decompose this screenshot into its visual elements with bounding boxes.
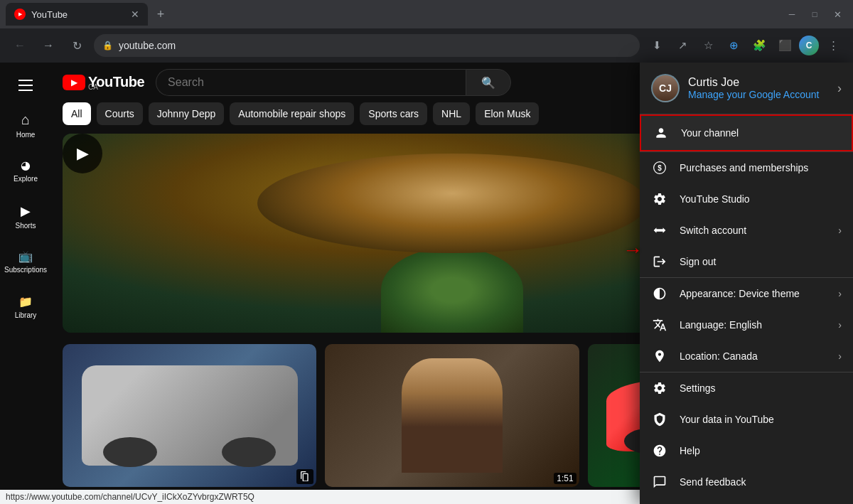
new-tab-button[interactable]: + (151, 4, 171, 24)
dropdown-avatar: CJ (651, 74, 680, 102)
sidebar-item-home[interactable]: ⌂ Home (0, 102, 51, 148)
video-card-1: H Perfected to performance Honda ⋮ (63, 344, 316, 504)
location-label: Location: Canada (680, 350, 827, 362)
download-icon[interactable]: ⬇ (645, 34, 668, 57)
yt-logo-country: CA (88, 83, 144, 91)
sign-out-icon (651, 253, 668, 270)
bookmark-icon[interactable]: ☆ (697, 34, 719, 57)
send-feedback-icon (651, 473, 668, 490)
switch-account-label: Switch account (680, 225, 827, 236)
face-circle (257, 154, 647, 253)
chip-courts[interactable]: Courts (97, 102, 143, 125)
sidebar-item-explore[interactable]: ◕ Explore (0, 148, 51, 193)
back-button[interactable]: ← (9, 34, 31, 57)
subscriptions-icon: 📺 (18, 250, 33, 263)
hamburger-menu[interactable] (0, 68, 51, 102)
browser-nav: ← → ↻ 🔒 youtube.com ⬇ ↗ ☆ ⊕ 🧩 ⬛ C ⋮ (0, 28, 853, 63)
maximize-button[interactable]: □ (805, 4, 825, 24)
puzzle-icon[interactable]: 🧩 (748, 34, 771, 57)
menu-item-yt-studio[interactable]: YouTube Studio (640, 183, 853, 215)
sidebar-toggle-icon[interactable]: ⬛ (773, 34, 796, 57)
chip-automobile[interactable]: Automobile repair shops (230, 102, 354, 125)
browser-chrome: YouTube ✕ + ─ □ ✕ ← → ↻ 🔒 youtube.com ⬇ … (0, 0, 853, 63)
chip-elon-musk[interactable]: Elon Musk (476, 102, 539, 125)
tab-close-button[interactable]: ✕ (131, 9, 139, 20)
appearance-icon (651, 285, 668, 302)
dropdown-avatar-image: CJ (651, 74, 680, 102)
minimize-button[interactable]: ─ (782, 4, 802, 24)
chip-sports-cars[interactable]: Sports cars (360, 102, 427, 125)
duration-badge-2: 1:51 (554, 473, 576, 484)
menu-item-send-feedback[interactable]: Send feedback (640, 466, 853, 498)
avatar-initial: C (799, 36, 819, 55)
sidebar-item-subscriptions[interactable]: 📺 Subscriptions (0, 239, 51, 284)
chip-all[interactable]: All (63, 102, 91, 125)
menu-item-appearance[interactable]: Appearance: Device theme › (640, 278, 853, 309)
browser-profile-avatar[interactable]: C (799, 36, 819, 55)
video-thumb-2[interactable]: 1:51 (325, 344, 579, 487)
send-feedback-label: Send feedback (680, 476, 842, 488)
shorts-icon: ▶ (21, 203, 31, 219)
youtube-app: ⌂ Home ◕ Explore ▶ Shorts 📺 Subscription… (0, 63, 853, 504)
featured-jacket (381, 247, 523, 333)
search-button[interactable]: 🔍 (466, 69, 511, 96)
car-shape (82, 365, 298, 466)
your-data-label: Your data in YouTube (680, 414, 842, 425)
menu-item-language[interactable]: Language: English › (640, 309, 853, 341)
home-icon: ⌂ (21, 112, 30, 128)
yt-studio-icon (651, 191, 668, 208)
dropdown-chevron-right[interactable]: › (837, 81, 842, 96)
video-card-2: 1:51 LAW Witness Vapes & Starts Driving … (325, 344, 579, 504)
your-data-icon (651, 411, 668, 428)
close-window-button[interactable]: ✕ (827, 4, 847, 24)
browser-menu-icon[interactable]: ⋮ (822, 34, 844, 57)
address-bar[interactable]: 🔒 youtube.com (94, 34, 640, 57)
share-icon[interactable]: ↗ (671, 34, 694, 57)
sidebar-item-library[interactable]: 📁 Library (0, 284, 51, 330)
dropdown-header: CJ Curtis Joe Manage your Google Account… (640, 63, 853, 114)
location-chevron: › (838, 350, 842, 362)
play-button-large[interactable]: ▶ (63, 134, 102, 173)
sidebar-item-shorts[interactable]: ▶ Shorts (0, 193, 51, 239)
manage-google-account-link[interactable]: Manage your Google Account (688, 89, 819, 100)
hamburger-icon (18, 80, 33, 91)
dropdown-user-info: Curtis Joe Manage your Google Account (688, 76, 819, 100)
menu-item-location[interactable]: Location: Canada › (640, 341, 853, 372)
help-label: Help (680, 445, 842, 456)
appearance-chevron: › (838, 288, 842, 299)
your-channel-label: Your channel (681, 127, 840, 139)
video-thumb-1[interactable] (63, 344, 316, 487)
person-silhouette-2 (402, 358, 503, 473)
yt-studio-label: YouTube Studio (680, 193, 842, 205)
chip-johnny-depp[interactable]: Johnny Depp (149, 102, 225, 125)
menu-item-settings[interactable]: Settings (640, 372, 853, 404)
extension-icon[interactable]: ⊕ (722, 34, 745, 57)
search-input[interactable] (156, 69, 466, 96)
settings-icon (651, 380, 668, 397)
language-icon (651, 316, 668, 333)
browser-nav-icons: ⬇ ↗ ☆ ⊕ 🧩 ⬛ C ⋮ (645, 34, 844, 57)
chip-nhl[interactable]: NHL (433, 102, 470, 125)
yt-logo[interactable]: YouTube CA (63, 74, 144, 91)
menu-item-purchases[interactable]: $ Purchases and memberships (640, 152, 853, 183)
menu-item-help[interactable]: Help (640, 435, 853, 466)
menu-item-your-data[interactable]: Your data in YouTube (640, 404, 853, 435)
menu-item-your-channel[interactable]: Your channel (640, 114, 853, 151)
search-bar: 🔍 (156, 69, 511, 96)
link-overlay (296, 469, 313, 484)
language-chevron: › (838, 319, 842, 331)
menu-item-switch-account[interactable]: Switch account › (640, 215, 853, 246)
menu-item-sign-out[interactable]: Sign out (640, 246, 853, 277)
switch-account-icon (651, 222, 668, 239)
dropdown-username: Curtis Joe (688, 76, 819, 89)
reload-button[interactable]: ↻ (65, 34, 88, 57)
active-tab[interactable]: YouTube ✕ (6, 3, 148, 26)
yt-logo-icon (63, 75, 85, 90)
explore-icon: ◕ (21, 159, 31, 172)
tab-favicon (14, 9, 26, 20)
forward-button[interactable]: → (37, 34, 60, 57)
dropdown-menu: CJ Curtis Joe Manage your Google Account… (640, 63, 853, 504)
sidebar: ⌂ Home ◕ Explore ▶ Shorts 📺 Subscription… (0, 63, 51, 504)
sidebar-home-label: Home (16, 131, 36, 139)
menu-item-keyboard-shortcuts[interactable]: Keyboard shortcuts (640, 498, 853, 504)
